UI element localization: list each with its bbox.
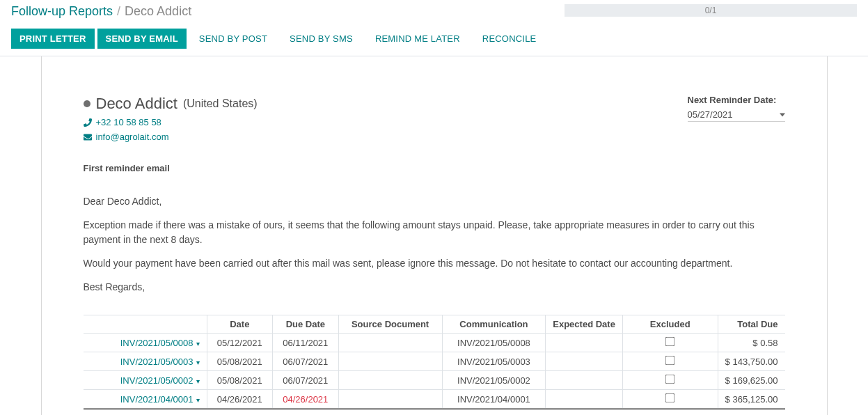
cell-communication: INV/2021/05/0008 (442, 334, 546, 352)
pager[interactable]: 0/1 (565, 4, 857, 17)
cell-source (338, 334, 442, 352)
breadcrumb-root[interactable]: Follow-up Reports (11, 4, 113, 19)
cell-excluded (622, 390, 718, 409)
col-due-date: Due Date (273, 315, 339, 334)
send-email-button[interactable]: SEND BY EMAIL (97, 29, 187, 49)
caret-down-icon: ▾ (196, 359, 200, 366)
invoice-link[interactable]: INV/2021/05/0002▾ (84, 371, 207, 390)
body-signoff: Best Regards, (84, 280, 785, 294)
send-sms-button[interactable]: SEND BY SMS (280, 29, 363, 49)
partner-phone-text: +32 10 58 85 58 (96, 117, 161, 127)
cell-due-date: 06/11/2021 (273, 334, 339, 352)
cell-excluded (622, 334, 718, 352)
table-row: INV/2021/04/0001▾ 04/26/2021 04/26/2021 … (84, 390, 785, 409)
phone-icon (84, 118, 92, 127)
breadcrumb: Follow-up Reports / Deco Addict (11, 4, 191, 24)
caret-down-icon (780, 112, 785, 118)
invoice-link[interactable]: INV/2021/04/0001▾ (84, 390, 207, 409)
col-excluded: Excluded (622, 315, 718, 334)
table-header-row: Date Due Date Source Document Communicat… (84, 315, 785, 334)
total-due-label: Total Due (620, 410, 677, 415)
table-row: INV/2021/05/0002▾ 05/08/2021 06/07/2021 … (84, 371, 785, 390)
cell-due-date: 06/07/2021 (273, 352, 339, 371)
breadcrumb-current: Deco Addict (125, 4, 191, 19)
partner-email-text: info@agrolait.com (96, 132, 169, 142)
excluded-checkbox[interactable] (665, 393, 675, 403)
breadcrumb-separator: / (117, 4, 120, 19)
cell-excluded (622, 371, 718, 390)
col-source: Source Document (338, 315, 442, 334)
next-reminder-date[interactable]: 05/27/2021 (688, 108, 785, 122)
partner-phone[interactable]: +32 10 58 85 58 (84, 117, 258, 127)
partner-email[interactable]: info@agrolait.com (84, 132, 258, 142)
cell-amount: $ 0.58 (718, 334, 784, 352)
email-body: Dear Deco Addict, Exception made if ther… (84, 194, 785, 294)
partner-name-text[interactable]: Deco Addict (96, 95, 177, 113)
next-reminder-label: Next Reminder Date: (688, 95, 785, 105)
next-reminder-date-value: 05/27/2021 (688, 109, 733, 120)
send-post-button[interactable]: SEND BY POST (189, 29, 277, 49)
cell-due-date: 06/07/2021 (273, 371, 339, 390)
cell-date: 05/08/2021 (207, 371, 273, 390)
table-row: INV/2021/05/0008▾ 05/12/2021 06/11/2021 … (84, 334, 785, 352)
total-due-row: Total Due $ 678,500.58 (84, 410, 785, 415)
body-greeting: Dear Deco Addict, (84, 194, 785, 208)
partner-country: (United States) (183, 97, 258, 110)
invoice-link[interactable]: INV/2021/05/0008▾ (84, 334, 207, 352)
table-row: INV/2021/05/0003▾ 05/08/2021 06/07/2021 … (84, 352, 785, 371)
partner-name: Deco Addict (United States) (84, 95, 258, 113)
col-communication: Communication (442, 315, 546, 334)
cell-communication: INV/2021/05/0002 (442, 371, 546, 390)
body-paragraph-1: Exception made if there was a mistake of… (84, 218, 785, 246)
caret-down-icon: ▾ (196, 377, 200, 385)
col-expected: Expected Date (546, 315, 623, 334)
cell-date: 05/12/2021 (207, 334, 273, 352)
remind-later-button[interactable]: REMIND ME LATER (365, 29, 470, 49)
excluded-checkbox[interactable] (665, 375, 675, 384)
caret-down-icon: ▾ (196, 340, 200, 347)
excluded-checkbox[interactable] (665, 356, 675, 366)
print-letter-button[interactable]: PRINT LETTER (11, 29, 95, 49)
cell-expected[interactable] (546, 334, 623, 352)
body-paragraph-2: Would your payment have been carried out… (84, 256, 785, 270)
col-total-due: Total Due (718, 315, 784, 334)
col-date: Date (207, 315, 273, 334)
cell-expected[interactable] (546, 371, 623, 390)
cell-expected[interactable] (546, 390, 623, 409)
cell-communication: INV/2021/04/0001 (442, 390, 546, 409)
caret-down-icon: ▾ (196, 396, 200, 404)
cell-amount: $ 143,750.00 (718, 352, 784, 371)
followup-document: Deco Addict (United States) +32 10 58 85… (41, 56, 828, 415)
cell-excluded (622, 352, 718, 371)
cell-expected[interactable] (546, 352, 623, 371)
cell-amount: $ 169,625.00 (718, 371, 784, 390)
status-dot-icon (84, 100, 90, 107)
cell-source (338, 352, 442, 371)
cell-communication: INV/2021/05/0003 (442, 352, 546, 371)
invoice-link[interactable]: INV/2021/05/0003▾ (84, 352, 207, 371)
invoices-table: Date Due Date Source Document Communicat… (84, 315, 785, 410)
partner-block: Deco Addict (United States) +32 10 58 85… (84, 95, 258, 142)
cell-due-date-overdue: 04/26/2021 (273, 390, 339, 409)
email-subject: First reminder email (84, 163, 785, 173)
cell-date: 04/26/2021 (207, 390, 273, 409)
cell-amount: $ 365,125.00 (718, 390, 784, 409)
totals-table: Total Due $ 678,500.58 Total Overdue $ 3… (84, 410, 785, 415)
col-invoice (84, 315, 207, 334)
reconcile-button[interactable]: RECONCILE (473, 29, 546, 49)
cell-source (338, 390, 442, 409)
excluded-checkbox[interactable] (665, 337, 675, 347)
next-reminder-block: Next Reminder Date: 05/27/2021 (688, 95, 785, 142)
cell-date: 05/08/2021 (207, 352, 273, 371)
action-bar: PRINT LETTER SEND BY EMAIL SEND BY POST … (0, 24, 868, 56)
cell-source (338, 371, 442, 390)
total-due-amount: $ 678,500.58 (677, 410, 785, 415)
envelope-icon (84, 133, 92, 141)
